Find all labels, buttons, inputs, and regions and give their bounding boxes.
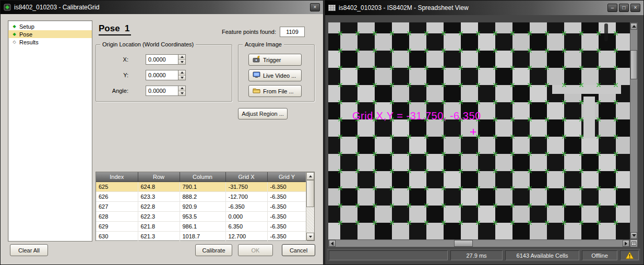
view-corner-button[interactable] [630, 239, 638, 247]
horizontal-scrollbar[interactable] [328, 239, 630, 247]
table-cell: 920.9 [180, 201, 225, 211]
table-row[interactable]: 630621.31018.712.700-6.350 [96, 231, 306, 241]
x-label: X: [97, 56, 128, 63]
table-cell: 953.5 [180, 211, 225, 221]
scrollbar-thumb[interactable] [454, 240, 473, 247]
warning-segment [620, 250, 639, 260]
table-cell: 888.2 [180, 191, 225, 201]
scroll-up-button[interactable] [306, 172, 314, 180]
pose-table-header-row: IndexRowColumnGrid XGrid Y [96, 172, 306, 182]
table-column-header[interactable]: Index [96, 172, 138, 182]
y-spin-up-button[interactable] [178, 70, 185, 76]
table-cell: 986.1 [180, 221, 225, 231]
table-cell: 621.8 [138, 221, 180, 231]
table-scrollbar[interactable] [306, 172, 314, 240]
available-cells: 6143 Available Cells [505, 250, 579, 260]
scroll-right-button[interactable] [623, 240, 629, 247]
warning-icon[interactable] [625, 251, 634, 259]
table-cell: 622.8 [138, 201, 180, 211]
vertical-scrollbar[interactable] [630, 22, 638, 239]
table-cell: 625 [96, 182, 138, 191]
from-file-button[interactable]: From File ... [248, 85, 302, 97]
angle-label: Angle: [97, 88, 128, 94]
step-complete-icon [11, 24, 17, 29]
table-column-header[interactable]: Row [138, 172, 180, 182]
table-cell: 12.700 [225, 231, 267, 241]
table-cell: -6.350 [225, 201, 267, 211]
x-spin-up-button[interactable] [178, 55, 185, 60]
tree-item-pose[interactable]: Pose [8, 30, 92, 38]
trigger-button[interactable]: Trigger [248, 54, 302, 66]
spreadsheet-window-title: is8402_010203 - IS8402M - Spreadsheet Vi… [339, 4, 606, 11]
pose-table-body: 625624.8790.1-31.750-6.350626623.3888.2-… [96, 182, 306, 241]
angle-spin-down-button[interactable] [178, 91, 185, 96]
origin-location-group: Origin Location (World Coordinates) X: Y… [96, 44, 232, 102]
table-cell: 630 [96, 231, 138, 241]
minimize-button[interactable]: – [607, 4, 617, 12]
table-column-header[interactable]: Grid X [225, 172, 267, 182]
acquisition-time: 27.9 ms [450, 250, 503, 260]
y-input[interactable] [146, 70, 178, 80]
cancel-button[interactable]: Cancel [282, 244, 315, 256]
calibrate-window-titlebar[interactable]: is8402_010203 - CalibrateGrid × [1, 1, 323, 14]
tree-item-results[interactable]: Results [8, 38, 92, 46]
app-icon [4, 4, 11, 11]
live-video-icon [253, 71, 260, 79]
from-file-button-label: From File ... [263, 88, 294, 94]
scroll-left-button[interactable] [329, 240, 336, 247]
scroll-down-button[interactable] [630, 232, 637, 239]
scroll-down-button[interactable] [306, 233, 314, 240]
angle-input[interactable] [146, 86, 178, 96]
camera-trigger-icon [253, 56, 260, 64]
table-row[interactable]: 629621.8986.16.350-6.350 [96, 221, 306, 231]
acquire-image-group: Acquire Image Trigger Live Video ... Fro… [238, 44, 315, 102]
scroll-up-button[interactable] [630, 23, 637, 30]
feature-points-table: IndexRowColumnGrid XGrid Y 625624.8790.1… [96, 172, 315, 241]
close-button[interactable]: × [310, 3, 320, 11]
spreadsheet-icon [328, 5, 336, 11]
table-cell: -6.350 [267, 201, 306, 211]
status-bar: 27.9 ms 6143 Available Cells Offline [327, 249, 640, 261]
table-row[interactable]: 625624.8790.1-31.750-6.350 [96, 182, 306, 191]
table-cell: 623.3 [138, 191, 180, 201]
ok-button[interactable]: OK [238, 244, 273, 256]
table-cell: -6.350 [267, 231, 306, 241]
table-row[interactable]: 626623.3888.2-12.700-6.350 [96, 191, 306, 201]
y-spin-down-button[interactable] [178, 76, 185, 80]
table-cell: 1018.7 [180, 231, 225, 241]
image-viewport[interactable]: Grid X,Y = -31.750, -6.350 [328, 22, 630, 239]
y-label: Y: [97, 72, 128, 78]
close-button[interactable]: × [630, 4, 640, 12]
tree-item-setup[interactable]: Setup [8, 22, 92, 30]
maximize-button[interactable]: □ [619, 4, 629, 12]
x-spin-down-button[interactable] [178, 60, 185, 65]
calibration-grid-image [328, 22, 630, 239]
status-message-area [329, 250, 448, 260]
calibrate-button[interactable]: Calibrate [195, 244, 232, 256]
table-cell: 626 [96, 191, 138, 201]
tree-item-label: Results [19, 39, 39, 45]
spreadsheet-window-titlebar[interactable]: is8402_010203 - IS8402M - Spreadsheet Vi… [325, 1, 643, 15]
table-cell: -31.750 [225, 182, 267, 191]
scrollbar-thumb[interactable] [306, 180, 314, 207]
table-row[interactable]: 627622.8920.9-6.350-6.350 [96, 201, 306, 211]
table-cell: -12.700 [225, 191, 267, 201]
grid-xy-overlay-text: Grid X,Y = -31.750, -6.350 [352, 110, 481, 122]
origin-group-title: Origin Location (World Coordinates) [100, 41, 196, 47]
step-pending-icon [11, 40, 17, 44]
table-cell: 624.8 [138, 182, 180, 191]
table-cell: 0.000 [225, 211, 267, 221]
angle-field-row: Angle: [97, 86, 186, 96]
calibrate-dialog-body: Setup Pose Results Pose 1 Feature points… [1, 14, 323, 264]
table-row[interactable]: 628622.3953.50.000-6.350 [96, 211, 306, 221]
angle-spin-up-button[interactable] [178, 86, 185, 91]
acquire-group-title: Acquire Image [243, 41, 284, 47]
x-input[interactable] [146, 54, 178, 65]
table-column-header[interactable]: Column [180, 172, 225, 182]
clear-all-button[interactable]: Clear All [10, 244, 48, 256]
table-column-header[interactable]: Grid Y [267, 172, 306, 182]
adjust-region-button[interactable]: Adjust Region ... [238, 108, 288, 119]
scrollbar-thumb[interactable] [630, 50, 637, 79]
live-video-button[interactable]: Live Video ... [248, 69, 302, 81]
y-field-row: Y: [97, 70, 186, 80]
